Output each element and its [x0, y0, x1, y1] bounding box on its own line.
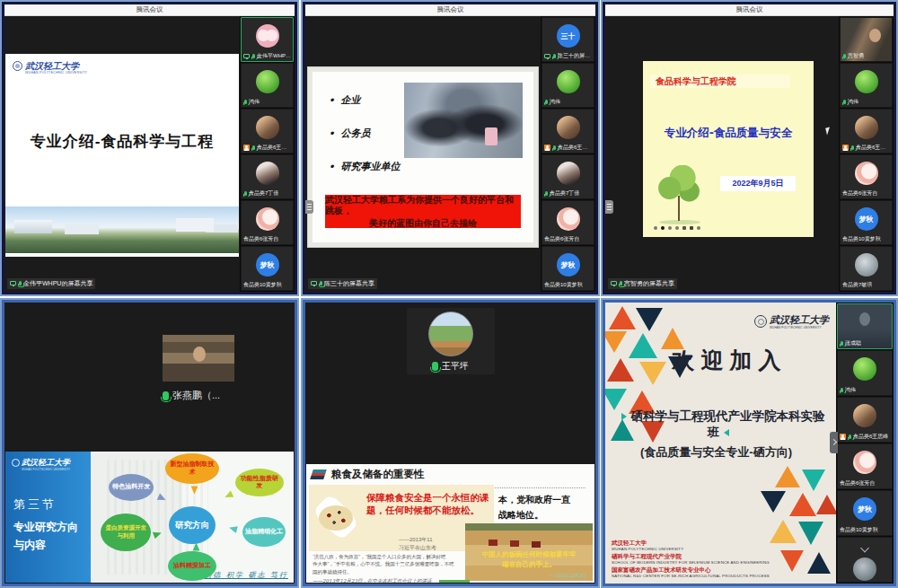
avatar — [256, 116, 279, 139]
shared-screen-area: 武汉轻工大学 WUHAN POLYTECHNIC UNIVERSITY 专业介绍… — [4, 16, 240, 292]
meeting-window-6-frame: 武汉轻工大学 WUHAN POLYTECHNIC UNIVERSITY 欢迎加入… — [603, 300, 896, 586]
sidebar-collapse-handle[interactable] — [605, 200, 613, 214]
avatar: 梦秋 — [256, 253, 279, 276]
participant-tile[interactable]: 食品类7丁倩 — [241, 154, 294, 199]
participant-tile[interactable]: 鸿伟 — [241, 63, 294, 108]
participant-tile[interactable]: 食品类7敏琪 — [840, 246, 893, 291]
participant-tile[interactable]: 鸿伟 — [840, 63, 893, 108]
participant-name: 鸿伟 — [550, 99, 560, 105]
participant-tile[interactable]: 食品类6王思峰 — [837, 397, 893, 443]
speaker-tile[interactable]: 王平坪 — [407, 308, 495, 374]
university-name-cn: 武汉轻工大学 — [770, 315, 829, 326]
university-seal-icon — [13, 61, 22, 71]
sidebar-collapse-handle[interactable] — [305, 200, 313, 214]
participant-tile[interactable]: 三十 陈三十的屏幕共享 — [541, 17, 594, 62]
participant-tile[interactable]: 食品类6张芳自 — [241, 200, 294, 245]
mic-icon — [545, 191, 548, 196]
arrow-icon — [228, 524, 238, 533]
participant-tile[interactable]: 梦秋 食品类10黄梦秋 — [837, 490, 893, 536]
participant-name: 食品类6张芳自 — [544, 236, 579, 242]
participant-name: 食品类6王思峰 — [558, 145, 593, 151]
slide-welcome-selenium: 武汉轻工大学 WUHAN POLYTECHNIC UNIVERSITY 欢迎加入… — [605, 303, 836, 584]
avatar — [256, 162, 279, 185]
mic-icon — [244, 100, 247, 104]
participant-tile[interactable]: 梦秋 食品类10黄梦秋 — [541, 246, 594, 291]
bullet-item: 企业 — [329, 93, 400, 107]
participant-tile[interactable]: 金伟平WHPU的屏幕... — [241, 17, 294, 62]
university-name-en: WUHAN POLYTECHNIC UNIVERSITY — [25, 71, 87, 75]
participant-tile[interactable]: 鸿伟 — [541, 63, 594, 108]
meeting-main: 食品科学与工程学院 专业介绍-食品质量与安全 2022年9月5日 宫智勇的屏幕共… — [605, 16, 894, 292]
mouse-cursor — [825, 127, 832, 136]
mic-icon — [553, 54, 556, 58]
wheat-field-photo: 中国人的饭碗任何时候都要牢牢 端在自己的手上。 ——2013年12月23日 — [465, 523, 593, 581]
university-name-en: WUHAN POLYTECHNIC UNIVERSITY — [770, 326, 829, 329]
section-title-line-2: 与内容 — [13, 538, 46, 553]
screen-share-icon — [10, 281, 16, 285]
participant-tile[interactable]: 张成聪 — [837, 303, 893, 349]
participant-name: 食品类7丁倩 — [249, 190, 278, 197]
member-badge-icon — [840, 434, 846, 440]
slide-left-panel: 武汉轻工大学 WUHAN POLYTECHNIC UNIVERSITY 第三节 … — [5, 452, 91, 583]
avatar: 梦秋 — [855, 207, 878, 231]
slide-subtitle-2: (食品质量与安全专业-硒方向) — [614, 444, 818, 461]
participant-tile[interactable]: 食品类6王思峰 — [840, 109, 893, 154]
participant-name: 张成聪 — [845, 340, 861, 347]
diagram-bubble: 功能性脂质研发 — [235, 469, 284, 496]
diagram-bubble: 油脂精细化工 — [242, 517, 286, 547]
shared-screen-area: 企业 公务员 研究事业单位 武汉轻工大学粮工系为你提供一个良好的平台和跳板， 美… — [305, 16, 541, 292]
slide-title: 欢迎加入 — [641, 346, 818, 375]
chevron-down-icon[interactable] — [860, 544, 869, 553]
diagram-bubble: 蛋白质资源开发与利用 — [101, 513, 151, 551]
avatar — [855, 253, 878, 276]
participant-tile[interactable] — [837, 537, 893, 583]
avatar — [557, 162, 580, 185]
slide-research-directions: 武汉轻工大学 WUHAN POLYTECHNIC UNIVERSITY 第三节 … — [5, 452, 294, 583]
participant-name: 食品类6王思峰 — [856, 145, 891, 151]
speaker-video-thumbnail[interactable] — [163, 335, 234, 382]
diagram-bubble: 新型油脂制取技术 — [165, 453, 219, 484]
participant-tile[interactable]: 宫智勇 — [840, 17, 893, 62]
mic-icon — [320, 281, 322, 285]
meeting-window-2: 腾讯会议 企业 公务员 研究事业单位 武汉轻工大学粮工系为 — [301, 0, 600, 296]
mic-icon — [843, 54, 846, 58]
avatar: 梦秋 — [557, 253, 580, 276]
participants-sidebar: 宫智勇 鸿伟 食品类6王思峰 食品类6张芳自 梦秋 — [839, 16, 894, 292]
meeting-window-3: 腾讯会议 食品科学与工程学院 专业介绍-食品质量与安全 2022年9月5日 — [601, 0, 898, 296]
section-number: 第三节 — [13, 496, 57, 513]
participant-tile[interactable]: 鸿伟 — [837, 350, 893, 396]
mic-icon — [163, 391, 169, 400]
participant-name: 鸿伟 — [249, 99, 260, 105]
member-badge-icon — [544, 145, 550, 151]
meeting-main: 武汉轻工大学 WUHAN POLYTECHNIC UNIVERSITY 欢迎加入… — [605, 303, 894, 584]
slide-header: 食品科学与工程学院 — [650, 75, 790, 88]
grain-plate-photo — [313, 496, 359, 538]
participant-tile[interactable]: 食品类6张芳自 — [837, 443, 893, 489]
speaker-avatar — [428, 312, 473, 356]
participant-tile[interactable]: 食品类6张芳自 — [840, 154, 893, 199]
slide-title: 粮食及储备的重要性 — [331, 468, 425, 481]
participant-tile[interactable]: 食品类6张芳自 — [541, 200, 594, 245]
participant-name: 食品类10黄梦秋 — [840, 527, 878, 533]
screenshot-collage: 腾讯会议 武汉轻工大学 WUHAN POLYTECHNIC UNIVERSITY… — [0, 0, 898, 588]
university-name-en: WUHAN POLYTECHNIC UNIVERSITY — [22, 468, 70, 471]
university-logo: 武汉轻工大学 WUHAN POLYTECHNIC UNIVERSITY — [13, 61, 87, 75]
books-icon — [310, 470, 327, 479]
participant-tile[interactable]: 食品类7丁倩 — [541, 154, 594, 199]
wheat-quote: 中国人的饭碗任何时候都要牢牢 端在自己的手上。 — [465, 550, 593, 570]
presenter-toolbar[interactable] — [654, 226, 700, 230]
avatar — [557, 116, 580, 139]
window-titlebar: 腾讯会议 — [4, 4, 295, 16]
slide-progress-marker — [439, 580, 470, 583]
participant-tile[interactable]: 梦秋 食品类10黄梦秋 — [840, 200, 893, 245]
participant-tile[interactable]: 梦秋 食品类10黄梦秋 — [241, 246, 294, 291]
tree-graphic — [654, 165, 706, 224]
triangle-bullet-icon — [621, 413, 627, 420]
meeting-main: 武汉轻工大学 WUHAN POLYTECHNIC UNIVERSITY 专业介绍… — [4, 16, 295, 292]
banner-line-2: 美好的蓝图由你自己去描绘 — [369, 218, 477, 229]
participant-tile[interactable]: 食品类6王思峰 — [541, 109, 594, 154]
meeting-window-4-frame: 张燕鹏（... 武汉轻工大学 WUHAN POLYTECHNIC UNIVERS… — [2, 300, 297, 586]
participant-tile[interactable]: 食品类6王思峰 — [241, 109, 294, 154]
sidebar-collapse-handle[interactable] — [830, 432, 838, 453]
mic-icon — [841, 341, 843, 346]
